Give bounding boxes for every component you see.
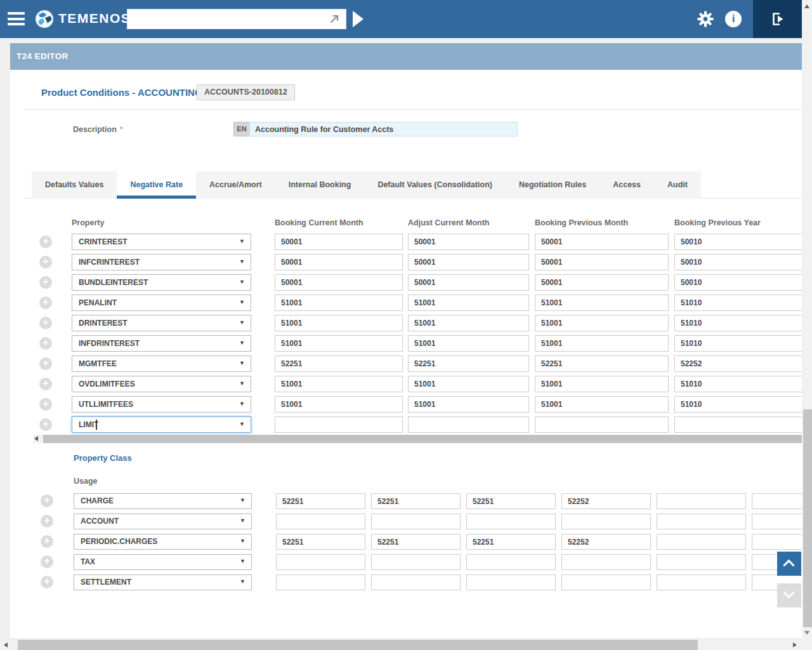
usage-value-input[interactable]	[752, 493, 802, 509]
tab-accrue-amort[interactable]: Accrue/Amort	[196, 171, 275, 199]
adjust-current-month-input[interactable]	[408, 376, 529, 392]
booking-current-month-input[interactable]	[275, 254, 403, 270]
gear-icon[interactable]	[697, 11, 714, 30]
usage-value-input[interactable]	[276, 554, 365, 570]
sign-out-button[interactable]	[753, 0, 802, 38]
booking-current-month-input[interactable]	[275, 335, 403, 352]
tab-internal-booking[interactable]: Internal Booking	[275, 171, 365, 199]
usage-value-input[interactable]	[561, 574, 651, 590]
booking-previous-year-input[interactable]	[674, 295, 802, 311]
property-select[interactable]: MGMTFEE▼	[72, 355, 251, 372]
adjust-current-month-input[interactable]	[408, 335, 529, 352]
scroll-left-arrow-icon[interactable]	[34, 436, 38, 441]
booking-previous-month-input[interactable]	[535, 254, 669, 270]
property-select[interactable]: BUNDLEINTEREST▼	[72, 274, 251, 291]
add-row-button[interactable]: +	[39, 357, 52, 370]
usage-value-input[interactable]	[561, 514, 651, 529]
adjust-current-month-input[interactable]	[408, 254, 529, 270]
booking-current-month-input[interactable]	[275, 376, 403, 392]
booking-previous-month-input[interactable]	[535, 416, 669, 433]
property-select[interactable]: CRINTEREST▼	[72, 234, 251, 250]
usage-select[interactable]: TAX▼	[74, 554, 252, 570]
usage-value-input[interactable]	[657, 554, 746, 570]
booking-previous-month-input[interactable]	[535, 335, 669, 352]
usage-select[interactable]: ACCOUNT▼	[74, 514, 252, 529]
booking-current-month-input[interactable]	[275, 295, 403, 311]
adjust-current-month-input[interactable]	[408, 355, 529, 372]
scrollbar-up-arrow-icon[interactable]	[804, 4, 809, 8]
property-select-focused[interactable]: LIMIT▼	[72, 416, 251, 433]
usage-value-input[interactable]	[752, 534, 802, 550]
add-row-button[interactable]: +	[39, 337, 52, 350]
add-row-button[interactable]: +	[41, 494, 53, 507]
usage-value-input[interactable]	[466, 574, 556, 590]
add-row-button[interactable]: +	[39, 398, 52, 411]
adjust-current-month-input[interactable]	[408, 315, 529, 331]
search-goto-icon[interactable]	[328, 13, 341, 28]
usage-value-input[interactable]	[276, 574, 365, 590]
scrollbar-right-arrow-icon[interactable]	[793, 642, 797, 647]
usage-value-input[interactable]	[466, 534, 556, 550]
scrollbar-down-arrow-icon[interactable]	[804, 631, 809, 635]
usage-value-input[interactable]	[657, 534, 746, 550]
usage-select[interactable]: PERIODIC.CHARGES▼	[74, 534, 252, 550]
usage-value-input[interactable]	[561, 534, 651, 550]
usage-value-input[interactable]	[276, 493, 365, 509]
booking-previous-month-input[interactable]	[535, 376, 669, 392]
grid-horizontal-scrollbar-thumb[interactable]	[43, 435, 802, 443]
booking-previous-month-input[interactable]	[535, 355, 669, 372]
add-row-button[interactable]: +	[39, 256, 52, 269]
add-row-button[interactable]: +	[39, 418, 52, 431]
booking-previous-year-input[interactable]	[674, 396, 802, 413]
booking-current-month-input[interactable]	[275, 234, 403, 250]
booking-current-month-input[interactable]	[275, 355, 403, 372]
usage-value-input[interactable]	[276, 534, 365, 550]
scroll-to-top-button[interactable]	[777, 552, 801, 576]
booking-current-month-input[interactable]	[275, 416, 403, 433]
usage-value-input[interactable]	[276, 514, 365, 529]
scrollbar-left-arrow-icon[interactable]	[4, 642, 8, 647]
add-row-button[interactable]: +	[39, 276, 52, 289]
usage-select[interactable]: SETTLEMENT▼	[74, 574, 252, 590]
booking-current-month-input[interactable]	[275, 396, 403, 413]
property-select[interactable]: INFCRINTEREST▼	[72, 254, 251, 270]
add-row-button[interactable]: +	[41, 515, 53, 527]
usage-value-input[interactable]	[371, 493, 461, 509]
usage-select[interactable]: CHARGE▼	[74, 493, 252, 509]
tab-negotiation-rules[interactable]: Negotiation Rules	[506, 171, 599, 199]
usage-value-input[interactable]	[752, 514, 802, 529]
property-select[interactable]: DRINTEREST▼	[72, 315, 251, 331]
tab-audit[interactable]: Audit	[654, 171, 701, 199]
booking-previous-month-input[interactable]	[535, 315, 669, 331]
add-row-button[interactable]: +	[39, 378, 52, 390]
property-select[interactable]: INFDRINTEREST▼	[72, 335, 251, 352]
description-input[interactable]	[249, 122, 518, 136]
booking-previous-year-input[interactable]	[674, 274, 802, 291]
usage-value-input[interactable]	[466, 514, 556, 529]
booking-current-month-input[interactable]	[275, 274, 403, 291]
add-row-button[interactable]: +	[39, 317, 52, 329]
adjust-current-month-input[interactable]	[408, 234, 529, 250]
adjust-current-month-input[interactable]	[408, 295, 529, 311]
usage-value-input[interactable]	[657, 493, 746, 509]
adjust-current-month-input[interactable]	[408, 396, 529, 413]
scroll-to-bottom-button[interactable]	[777, 583, 801, 607]
adjust-current-month-input[interactable]	[408, 274, 529, 291]
tab-defaults-values[interactable]: Defaults Values	[32, 171, 117, 199]
add-row-button[interactable]: +	[41, 555, 53, 568]
tab-default-values-consolidation[interactable]: Default Values (Consolidation)	[364, 171, 506, 199]
usage-value-input[interactable]	[561, 554, 651, 570]
info-icon[interactable]: i	[725, 11, 742, 27]
booking-previous-year-input[interactable]	[674, 376, 802, 392]
vertical-scrollbar-thumb[interactable]	[803, 409, 812, 627]
property-select[interactable]: PENALINT▼	[72, 295, 251, 311]
booking-previous-year-input[interactable]	[674, 315, 802, 331]
booking-current-month-input[interactable]	[275, 315, 403, 331]
booking-previous-year-input[interactable]	[674, 416, 802, 433]
property-select[interactable]: OVDLIMITFEES▼	[72, 376, 251, 392]
hamburger-icon[interactable]	[8, 12, 25, 29]
search-input[interactable]	[127, 9, 346, 29]
usage-value-input[interactable]	[371, 574, 461, 590]
usage-value-input[interactable]	[371, 554, 461, 570]
booking-previous-month-input[interactable]	[535, 295, 669, 311]
